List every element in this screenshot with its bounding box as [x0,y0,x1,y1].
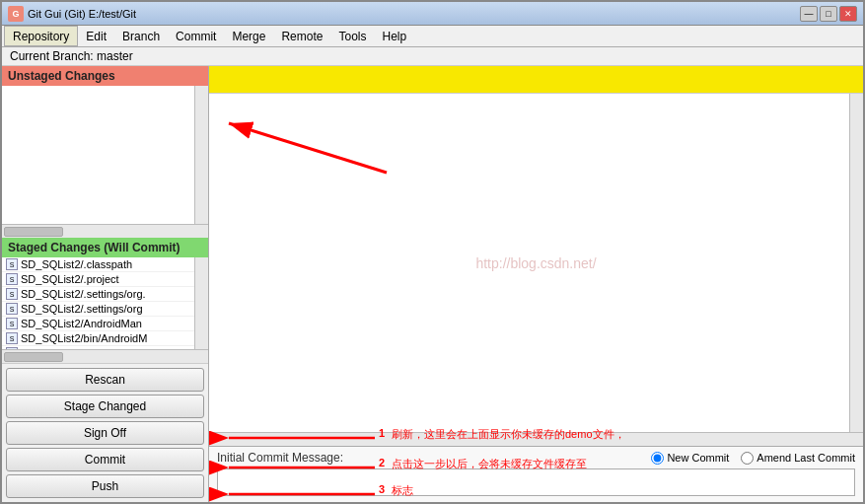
staged-header: Staged Changes (Will Commit) [2,238,208,257]
file-icon: S [6,347,18,349]
title-bar-left: G Git Gui (Git) E:/test/Git [8,6,136,22]
staged-scrollbar-thumb [4,352,63,362]
sign-off-button[interactable]: Sign Off [6,421,204,445]
staged-list-item[interactable]: SSD_SQList2/.classpath [2,257,208,272]
staged-list-item[interactable]: SSD_SQList2/bin/SD_SQLi= [2,346,208,349]
diff-area[interactable]: http://blog.csdn.net/ [209,94,863,432]
commit-message-label: Initial Commit Message: [217,451,343,465]
title-bar: G Git Gui (Git) E:/test/Git — □ ✕ [2,2,863,26]
buttons-area: Rescan Stage Changed Sign Off Commit Pus… [2,363,208,502]
staged-file-name: SD_SQList2/bin/AndroidM [21,332,147,344]
staged-list-item[interactable]: SSD_SQList2/.project [2,272,208,287]
left-panel: Unstaged Changes Staged Changes (Will Co… [2,66,209,502]
staged-file-name: SD_SQList2/AndroidMan [21,318,142,329]
svg-line-1 [229,123,387,173]
file-icon: S [6,273,18,285]
staged-list-item[interactable]: SSD_SQList2/bin/AndroidM [2,331,208,346]
commit-message-input[interactable] [217,468,855,496]
menu-help[interactable]: Help [374,26,414,46]
branch-status: Current Branch: master [2,47,863,66]
file-icon: S [6,332,18,344]
staged-file-name: SD_SQList2/.settings/org [21,303,143,315]
push-button[interactable]: Push [6,474,204,498]
commit-radio-group: New Commit Amend Last Commit [651,452,855,465]
file-icon: S [6,318,18,329]
commit-button[interactable]: Commit [6,448,204,471]
stage-changed-button[interactable]: Stage Changed [6,395,204,418]
staged-file-name: SD_SQList2/bin/SD_SQLi= [21,347,153,349]
watermark: http://blog.csdn.net/ [475,255,596,271]
staged-scrollbar-h[interactable] [2,349,208,363]
staged-list[interactable]: SSD_SQList2/.classpathSSD_SQList2/.proje… [2,257,208,349]
menu-tools[interactable]: Tools [330,26,374,46]
staged-file-name: SD_SQList2/.project [21,273,119,285]
staged-file-name: SD_SQList2/.classpath [21,258,132,270]
arrow-overlay [209,94,863,432]
file-icon: S [6,288,18,300]
staged-scrollbar-v[interactable] [194,257,208,349]
window-title: Git Gui (Git) E:/test/Git [28,8,136,20]
unstaged-scrollbar-thumb [4,227,63,237]
radio-new-commit[interactable]: New Commit [651,452,729,465]
unstaged-header: Unstaged Changes [2,66,208,86]
menu-merge[interactable]: Merge [224,26,273,46]
unstaged-area[interactable] [2,86,208,224]
commit-section: Initial Commit Message: New Commit Amend… [209,446,863,502]
maximize-button[interactable]: □ [820,6,837,22]
file-icon: S [6,258,18,270]
main-content: Unstaged Changes Staged Changes (Will Co… [2,66,863,502]
diff-scrollbar-v[interactable] [849,94,863,432]
radio-amend-commit[interactable]: Amend Last Commit [741,452,855,465]
staged-list-item[interactable]: SSD_SQList2/.settings/org [2,302,208,317]
commit-header-row: Initial Commit Message: New Commit Amend… [217,451,855,465]
menu-edit[interactable]: Edit [78,26,114,46]
app-icon: G [8,6,24,22]
diff-scrollbar-h[interactable] [209,432,863,446]
file-icon: S [6,303,18,315]
staged-file-name: SD_SQList2/.settings/org. [21,288,146,300]
rescan-button[interactable]: Rescan [6,368,204,392]
main-window: G Git Gui (Git) E:/test/Git — □ ✕ Reposi… [0,0,865,504]
close-button[interactable]: ✕ [839,6,857,22]
right-panel: http://blog.csdn.net/ Initial C [209,66,863,502]
staged-list-item[interactable]: SSD_SQList2/AndroidMan [2,317,208,331]
annotation-area [217,468,855,498]
diff-yellow-bar [209,66,863,94]
menu-commit[interactable]: Commit [168,26,224,46]
window-controls: — □ ✕ [800,6,857,22]
menu-remote[interactable]: Remote [273,26,330,46]
unstaged-scrollbar-v[interactable] [194,86,208,224]
menu-bar: Repository Edit Branch Commit Merge Remo… [2,26,863,47]
unstaged-scrollbar-h[interactable] [2,224,208,238]
menu-branch[interactable]: Branch [114,26,168,46]
minimize-button[interactable]: — [800,6,818,22]
menu-repository[interactable]: Repository [4,26,78,46]
staged-list-item[interactable]: SSD_SQList2/.settings/org. [2,287,208,302]
